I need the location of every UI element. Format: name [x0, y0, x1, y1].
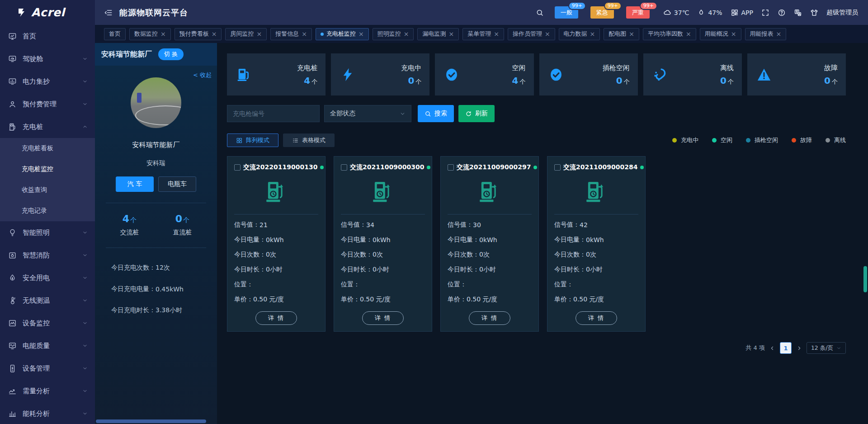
summary-card: 插枪空闲 0个	[539, 53, 638, 95]
acrel-logo: Acrel	[0, 0, 95, 25]
pile-checkbox[interactable]	[341, 164, 347, 171]
sidebar-subitem[interactable]: 充电记录	[0, 200, 95, 221]
menu-collapse-icon[interactable]	[104, 8, 113, 17]
vehicle-type-button[interactable]: 电瓶车	[158, 176, 196, 192]
prev-page-button[interactable]	[769, 345, 775, 351]
search-button[interactable]: 搜索	[418, 105, 454, 122]
alarm-badge-group: 一般 99+ 紧急 99+ 严重 99+	[555, 6, 650, 19]
view-mode-row: 阵列模式 表格模式 充电中 空闲	[227, 133, 846, 147]
detail-button[interactable]: 详 情	[255, 311, 297, 325]
sidebar-item[interactable]: 驾驶舱	[0, 48, 95, 70]
sidebar-subitem[interactable]: 充电桩看板	[0, 138, 95, 159]
current-page[interactable]: 1	[780, 342, 792, 354]
alarm-badge[interactable]: 紧急 99+	[590, 6, 614, 19]
next-page-button[interactable]	[796, 345, 802, 351]
view-mode-button[interactable]: 表格模式	[283, 133, 335, 147]
theme-shirt-icon[interactable]	[810, 9, 818, 17]
pile-field: 今日时长：0小时	[234, 262, 318, 277]
page-size-select[interactable]: 12 条/页	[807, 342, 846, 354]
tab[interactable]: 用能报表 ×	[745, 28, 787, 40]
tab-close-icon[interactable]: ×	[212, 31, 217, 37]
pile-checkbox[interactable]	[448, 164, 454, 171]
sidebar-item[interactable]: 能耗分析	[0, 402, 95, 424]
sidebar-item[interactable]: 设备监控	[0, 312, 95, 334]
tab[interactable]: 充电桩监控 ×	[316, 28, 369, 40]
tab-close-icon[interactable]: ×	[629, 31, 634, 37]
tab[interactable]: 配电图 ×	[604, 28, 639, 40]
pile-field: 今日时长：0小时	[554, 262, 638, 277]
status-select[interactable]: 全部状态	[324, 105, 411, 122]
tab[interactable]: 照明监控 ×	[373, 28, 414, 40]
tab-close-icon[interactable]: ×	[302, 31, 307, 37]
alarm-badge[interactable]: 一般 99+	[555, 6, 578, 19]
sidebar-item[interactable]: 电力集抄	[0, 70, 95, 93]
alarm-badge[interactable]: 严重 99+	[626, 6, 650, 19]
collapse-panel-link[interactable]: < 收起	[193, 71, 212, 79]
fullscreen-icon[interactable]	[761, 9, 769, 17]
view-mode-button[interactable]: 阵列模式	[227, 133, 278, 147]
search-icon[interactable]	[536, 9, 544, 17]
search-icon	[425, 110, 431, 117]
pile-field: 今日次数：0次	[554, 247, 638, 262]
sidebar-item[interactable]: 安全用电	[0, 267, 95, 289]
chevron-down-icon	[400, 111, 406, 117]
detail-button[interactable]: 详 情	[362, 311, 404, 325]
help-icon[interactable]	[778, 9, 786, 17]
charging-pump-icon	[234, 172, 318, 213]
sidebar-subitem[interactable]: 充电桩监控	[0, 159, 95, 180]
sidebar-subitem[interactable]: 收益查询	[0, 180, 95, 200]
sidebar-item[interactable]: 预付费管理	[0, 93, 95, 115]
refresh-button[interactable]: 刷新	[458, 105, 495, 122]
sidebar-item[interactable]: 充电桩	[0, 115, 95, 138]
summary-card: 故障 0个	[747, 53, 846, 95]
user-name[interactable]: 超级管理员	[826, 9, 858, 17]
tab-close-icon[interactable]: ×	[359, 31, 364, 37]
detail-button[interactable]: 详 情	[576, 311, 617, 325]
tab[interactable]: 预付费看板 ×	[175, 28, 222, 40]
tab[interactable]: 菜单管理 ×	[462, 28, 504, 40]
tab-close-icon[interactable]: ×	[545, 31, 550, 37]
vehicle-type-button[interactable]: 汽 车	[116, 176, 154, 192]
tab[interactable]: 首页	[104, 28, 126, 40]
tab-close-icon[interactable]: ×	[160, 31, 166, 37]
tab[interactable]: 房间监控 ×	[225, 28, 267, 40]
pile-count: 0个 直流桩	[173, 213, 192, 237]
sidebar-item[interactable]: 设备管理	[0, 357, 95, 380]
tab[interactable]: 漏电监测 ×	[417, 28, 459, 40]
sidebar-item[interactable]: 无线测温	[0, 289, 95, 312]
tab[interactable]: 报警信息 ×	[270, 28, 312, 40]
tab[interactable]: 用能概况 ×	[700, 28, 741, 40]
tab-close-icon[interactable]: ×	[256, 31, 262, 37]
tab[interactable]: 平均功率因数 ×	[643, 28, 696, 40]
tab-close-icon[interactable]: ×	[448, 31, 454, 37]
detail-button[interactable]: 详 情	[469, 311, 510, 325]
app-qr-button[interactable]: APP	[731, 9, 753, 17]
horizontal-scrollbar-thumb[interactable]	[96, 419, 206, 423]
tab[interactable]: 数据监控 ×	[129, 28, 171, 40]
language-icon[interactable]	[794, 9, 802, 17]
tab-close-icon[interactable]: ×	[590, 31, 595, 37]
tab-close-icon[interactable]: ×	[404, 31, 409, 37]
sidebar-item[interactable]: 需量分析	[0, 380, 95, 402]
pile-checkbox[interactable]	[554, 164, 561, 171]
summary-card-value: 0个	[824, 76, 838, 85]
tab-close-icon[interactable]: ×	[776, 31, 782, 37]
pile-field: 信号值：42	[554, 217, 638, 232]
gun-number-input[interactable]	[227, 105, 320, 122]
sidebar-item[interactable]: 首页	[0, 25, 95, 48]
sidebar-item[interactable]: 电能质量	[0, 334, 95, 357]
tab[interactable]: 电力数据 ×	[559, 28, 600, 40]
humidity-indicator: 47%	[697, 9, 722, 17]
pile-checkbox[interactable]	[234, 164, 241, 171]
pile-field: 信号值：30	[448, 217, 532, 232]
tab-label: 照明监控	[377, 30, 401, 38]
sidebar-item[interactable]: 智慧消防	[0, 244, 95, 267]
tab-close-icon[interactable]: ×	[686, 31, 691, 37]
switch-station-button[interactable]: 切 换	[158, 48, 184, 60]
sidebar-item[interactable]: 智能照明	[0, 221, 95, 244]
vertical-scrollbar-thumb[interactable]	[863, 266, 867, 292]
tab-close-icon[interactable]: ×	[494, 31, 499, 37]
tab[interactable]: 操作员管理 ×	[508, 28, 555, 40]
tab-close-icon[interactable]: ×	[731, 31, 736, 37]
sum-idle-icon	[444, 67, 459, 82]
